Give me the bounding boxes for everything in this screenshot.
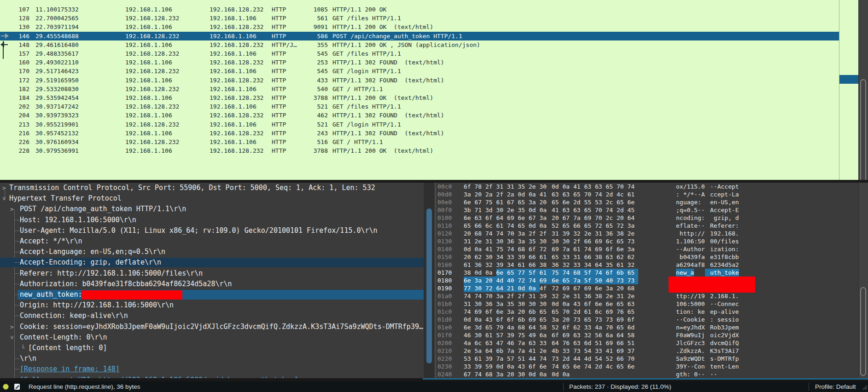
hex-ascii-seg: new_a — [676, 269, 694, 277]
packet-bytes-pane[interactable]: 00c06f782f3131352e300d0a416363657074ox/1… — [436, 183, 858, 378]
hex-byte: 36 — [606, 230, 617, 237]
expander-icon[interactable]: > — [10, 204, 14, 214]
detail-row[interactable]: [Full request URI: http://192.168.1.106:… — [0, 375, 424, 378]
packet-row[interactable]: 15729.488335617192.168.128.232192.168.1.… — [0, 49, 839, 58]
detail-row[interactable]: >Content-Length: 0\r\n — [0, 332, 424, 343]
packet-row[interactable]: 17229.519165950192.168.1.106192.168.128.… — [0, 76, 839, 85]
packet-info: HTTP/1.1 302 FOUND (text/html) — [332, 129, 444, 138]
detail-row[interactable]: Accept-Encoding: gzip, deflate\r\n — [0, 257, 424, 268]
hex-row[interactable]: 01c074696f6e3a206b6565702d616c697665tion… — [436, 308, 858, 316]
hex-row[interactable]: 00c06f782f3131352e300d0a416363657074ox/1… — [436, 183, 858, 190]
hex-row[interactable]: 011065666c6174650d0a526566657265723aefla… — [436, 222, 858, 230]
packet-row[interactable]: 21630.957452132192.168.1.106192.168.128.… — [0, 129, 839, 138]
hex-row[interactable]: 01006e636f64696e673a20677a69702c2064ncod… — [436, 214, 858, 222]
hex-row[interactable]: 01400d0a417574686f72697a6174696f6e3a··Au… — [436, 245, 858, 253]
packet-row[interactable]: 13022.703971194192.168.1.106192.168.128.… — [0, 23, 839, 31]
expert-info-icon[interactable] — [3, 384, 9, 390]
detail-link[interactable]: [Response in frame: 148] — [20, 364, 120, 375]
packet-row[interactable]: 20230.937147242192.168.128.232192.168.1.… — [0, 102, 839, 111]
packet-row[interactable]: 20430.939739323192.168.1.106192.168.128.… — [0, 111, 839, 120]
detail-row[interactable]: new_auth_token: — [0, 289, 424, 300]
detail-row[interactable]: >Cookie: session=eyJhdXRob3JpemF0aW9uIjo… — [0, 322, 424, 332]
detail-link[interactable]: [Full request URI: http://192.168.1.106:… — [20, 375, 298, 378]
packet-details-pane[interactable]: >Transmission Control Protocol, Src Port… — [0, 183, 424, 378]
detail-row[interactable]: Host: 192.168.1.106:5000\r\n — [0, 215, 424, 225]
hex-row[interactable]: 015020623034333966616533316638636262 b04… — [436, 253, 858, 261]
hex-row[interactable]: 00d03a202a2f2a0d0a4163636570742d4c61: */… — [436, 190, 858, 198]
packet-length: 586 — [294, 32, 328, 40]
hex-byte: 76 — [563, 339, 574, 347]
hex-byte: 73 — [552, 355, 563, 363]
hex-byte: 35 — [606, 261, 617, 269]
detail-row[interactable]: User-Agent: Mozilla/5.0 (X11; Linux x86_… — [0, 225, 424, 236]
packet-row[interactable]: 14829.461616480192.168.1.106192.168.128.… — [0, 40, 839, 49]
hex-row[interactable]: 012020687474703a2f2f3139322e3136382e htt… — [436, 230, 858, 237]
hex-row[interactable]: 02303339590d0a436f6e74656e742d4c656e39Y·… — [436, 363, 858, 370]
packet-row[interactable]: 18229.533208830192.168.128.232192.168.1.… — [0, 85, 839, 93]
packet-list-scrollbar[interactable] — [858, 0, 868, 180]
packet-row[interactable]: 22630.976160934192.168.128.232192.168.1.… — [0, 138, 839, 146]
packet-row[interactable]: 12822.700042565192.168.128.232192.168.1.… — [0, 14, 839, 23]
hex-row[interactable]: 01b03130363a353030300d0a436f6e6e6563106:… — [436, 300, 858, 308]
hex-row[interactable]: 00e06e67756167653a20656e2d55532c656engua… — [436, 198, 858, 206]
detail-row[interactable]: >Hypertext Transfer Protocol — [0, 193, 424, 204]
hex-row[interactable]: 0170380d0a6e65775f617574685f746f6b658··n… — [436, 269, 858, 277]
hex-byte: 2e — [529, 183, 540, 190]
capture-comment-icon[interactable] — [14, 383, 21, 391]
detail-row[interactable]: Origin: http://192.168.1.106:5000\r\n — [0, 300, 424, 311]
hex-byte: 65 — [540, 316, 551, 323]
packet-row[interactable]: 10711.100175332192.168.1.106192.168.128.… — [0, 5, 839, 14]
packet-list[interactable]: 10711.100175332192.168.1.106192.168.128.… — [0, 0, 839, 180]
hex-byte: 6e — [628, 363, 639, 370]
hex-byte: 6e — [573, 363, 584, 370]
hex-byte: 0a — [529, 284, 540, 292]
expander-icon[interactable]: > — [6, 335, 17, 339]
packet-row[interactable]: 14629.455548688192.168.128.232192.168.1.… — [0, 32, 839, 40]
hex-row[interactable]: 01a07474703a2f2f3139322e3136382e312ettp:… — [436, 292, 858, 300]
detail-row[interactable]: \r\n — [0, 353, 424, 364]
detail-row[interactable]: Accept: */*\r\n — [0, 236, 424, 247]
expander-icon[interactable]: > — [2, 183, 6, 193]
detail-row[interactable]: [Response in frame: 148] — [0, 364, 424, 375]
detail-row[interactable]: Connection: keep-alive\r\n — [0, 311, 424, 321]
expander-icon[interactable]: > — [10, 322, 14, 332]
packet-length: 355 — [294, 40, 328, 49]
hex-row[interactable]: 01f0463061573975496a6f696332566a6458F0aW… — [436, 331, 858, 339]
hex-row[interactable]: 01806e3a204d407274696e657a5f50407373 — [436, 277, 858, 284]
hex-scrollbar-thumb[interactable] — [860, 287, 866, 376]
packet-row[interactable]: 16029.493022110192.168.1.106192.168.128.… — [0, 58, 839, 67]
hex-row[interactable]: 019077307264210d0a4f726967696e3a2068 — [436, 284, 858, 292]
hex-row[interactable]: 0130312e3130363a353030302f66696c65731.10… — [436, 237, 858, 245]
packet-row[interactable]: 21330.955219901192.168.128.232192.168.1.… — [0, 120, 839, 129]
details-scrollbar[interactable] — [424, 183, 435, 378]
expander-icon[interactable]: > — [0, 197, 10, 201]
detail-row[interactable]: Referer: http://192.168.1.106:5000/files… — [0, 268, 424, 279]
packet-list-scrollbar-thumb[interactable] — [860, 79, 866, 180]
resize-grip-icon[interactable] — [861, 383, 868, 391]
packet-row[interactable]: 18429.535942454192.168.1.106192.168.128.… — [0, 93, 839, 102]
detail-row[interactable]: Accept-Language: en-US,en;q=0.5\r\n — [0, 247, 424, 257]
packet-row[interactable]: 22830.979536991192.168.1.106192.168.128.… — [0, 146, 839, 155]
detail-row[interactable]: └[Content length: 0] — [0, 343, 424, 353]
hex-row[interactable]: 01e06e3d65794a686458526f62334a70656dn=ey… — [436, 323, 858, 331]
hex-byte: 74 — [628, 183, 639, 190]
packet-row[interactable]: 17029.517146423192.168.128.232192.168.1.… — [0, 67, 839, 75]
hex-byte: 77 — [464, 284, 475, 292]
details-scrollbar-thumb[interactable] — [426, 208, 432, 363]
hex-byte: 3a — [518, 237, 529, 245]
hex-row[interactable]: 02205361397a57514474732d444d54526670Sa9z… — [436, 355, 858, 363]
intelligent-scrollbar-minimap[interactable] — [839, 0, 859, 180]
hex-byte: 61 — [540, 253, 551, 261]
hex-row[interactable]: 02004a6c6347467a63336476636d51696651JlcG… — [436, 339, 858, 347]
detail-row[interactable]: Authorization: b0439fae31f8cbba6294af862… — [0, 279, 424, 289]
hex-row[interactable]: 016061363239346166383632333464356132a629… — [436, 261, 858, 269]
detail-row[interactable]: >POST /api/change_auth_token HTTP/1.1\r\… — [0, 204, 424, 214]
hex-row[interactable]: 01d00d0a436f6f6b69653a2073657373696f··Co… — [436, 316, 858, 323]
hex-byte: 41 — [573, 183, 584, 190]
profile-selector[interactable]: Profile: Default — [815, 381, 856, 392]
hex-row[interactable]: 00f03b713d302e350d0a4163636570742d45;q=0… — [436, 206, 858, 214]
hex-scrollbar[interactable] — [858, 183, 868, 378]
hex-row[interactable]: 02406774683a20300d0a0d0agth: 0···· — [436, 370, 858, 378]
hex-row[interactable]: 02102e5a646b7a7a412e4b33735433416937.Zdk… — [436, 347, 858, 355]
detail-row[interactable]: >Transmission Control Protocol, Src Port… — [0, 183, 424, 193]
